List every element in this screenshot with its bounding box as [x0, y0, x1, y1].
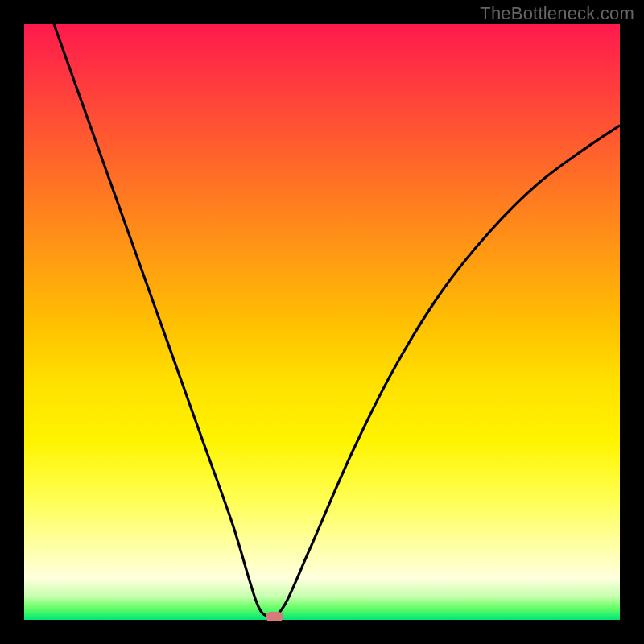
optimal-point-marker	[266, 612, 283, 621]
chart-plot-area	[24, 24, 620, 620]
chart-frame: TheBottleneck.com	[0, 0, 644, 644]
watermark-text: TheBottleneck.com	[480, 3, 634, 24]
